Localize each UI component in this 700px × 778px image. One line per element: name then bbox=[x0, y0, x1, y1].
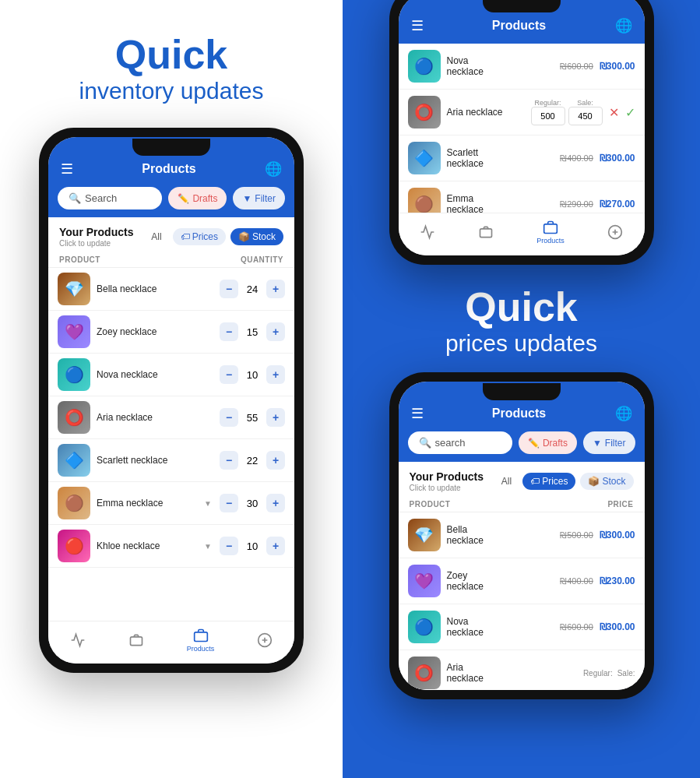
regular-price-input[interactable] bbox=[531, 107, 565, 125]
hamburger-icon[interactable]: ☰ bbox=[411, 405, 424, 422]
quantity-control: − 24 + bbox=[220, 280, 285, 298]
drafts-button[interactable]: ✏️ Drafts bbox=[168, 187, 227, 209]
nav-add[interactable] bbox=[257, 632, 273, 648]
phone-notch bbox=[483, 383, 561, 400]
hamburger-icon[interactable]: ☰ bbox=[411, 17, 424, 34]
table-row: ⭕ Aria necklace − 55 + bbox=[48, 396, 294, 439]
nav-analytics[interactable] bbox=[420, 224, 435, 240]
table-row: 🔵 Novanecklace ₪600.00 ₪300.00 bbox=[399, 44, 645, 90]
qty-minus[interactable]: − bbox=[220, 280, 238, 298]
top-phone-product-list: 🔵 Novanecklace ₪600.00 ₪300.00 ⭕ Aria ne… bbox=[399, 44, 645, 213]
tab-all[interactable]: All bbox=[145, 228, 167, 245]
product-image: 💎 bbox=[408, 519, 441, 551]
confirm-icon[interactable]: ✓ bbox=[625, 105, 635, 120]
tab-prices[interactable]: 🏷 Prices bbox=[522, 473, 575, 490]
product-image: 🔷 bbox=[58, 444, 90, 477]
qty-minus[interactable]: − bbox=[220, 451, 238, 470]
box-icon: 📦 bbox=[238, 231, 250, 242]
product-image: 🔷 bbox=[408, 142, 441, 174]
tab-stock[interactable]: 📦 Stock bbox=[230, 228, 283, 245]
sale-price-field: Sale: bbox=[568, 99, 603, 125]
filter-button[interactable]: ▼ Filter bbox=[233, 187, 285, 209]
table-row: 💎 Bellanecklace ₪500.00 ₪300.00 bbox=[399, 512, 645, 558]
product-image: ⭕ bbox=[58, 401, 90, 434]
search-bar-area: 🔍 Search ✏️ Drafts ▼ Filter bbox=[48, 187, 294, 217]
sale-price-input[interactable] bbox=[568, 107, 603, 125]
table-row: 🔷 Scarlettnecklace ₪400.00 ₪300.00 bbox=[399, 136, 645, 181]
products-title-block: Your Products Click to update bbox=[59, 225, 133, 248]
product-image: 🟤 bbox=[408, 188, 441, 213]
quantity-control: − 22 + bbox=[220, 451, 285, 470]
globe-icon[interactable]: 🌐 bbox=[615, 17, 632, 34]
table-row: ⭕ Aria necklace Regular: Sale: bbox=[399, 90, 645, 136]
headline-bold: Quick bbox=[79, 31, 264, 78]
qty-minus[interactable]: − bbox=[220, 365, 238, 384]
search-button[interactable]: 🔍 search bbox=[408, 431, 512, 454]
bottom-phone-area: ☰ Products 🌐 🔍 search ✏️ Drafts ▼ bbox=[343, 372, 700, 778]
svg-rect-0 bbox=[130, 637, 142, 646]
qty-plus[interactable]: + bbox=[266, 280, 285, 298]
table-row: 🔴 Khloe necklace ▼ − 10 + bbox=[48, 525, 294, 568]
qty-plus[interactable]: + bbox=[266, 322, 285, 341]
product-image: 🔵 bbox=[408, 611, 441, 643]
nav-products[interactable]: Products bbox=[187, 628, 215, 653]
qty-minus[interactable]: − bbox=[220, 408, 238, 427]
product-image: ⭕ bbox=[408, 96, 441, 128]
tab-all[interactable]: All bbox=[495, 473, 518, 490]
nav-products[interactable]: Products bbox=[536, 220, 565, 245]
qty-minus[interactable]: − bbox=[220, 322, 238, 341]
qty-plus[interactable]: + bbox=[266, 408, 285, 427]
globe-icon[interactable]: 🌐 bbox=[265, 160, 282, 178]
top-phone-bottom-nav: Products bbox=[399, 213, 645, 255]
price-labels: Regular: Sale: bbox=[583, 669, 635, 678]
table-row: 💜 Zoey necklace − 15 + bbox=[48, 311, 294, 354]
qty-plus[interactable]: + bbox=[266, 365, 285, 384]
right-headline-bold: Quick bbox=[445, 283, 597, 330]
quantity-control: − 10 + bbox=[220, 537, 285, 555]
top-phone-screen: ☰ Products 🌐 🔵 Novanecklace ₪600.00 ₪300… bbox=[399, 0, 645, 255]
table-row: 🔵 Nova necklace − 10 + bbox=[48, 354, 294, 396]
phone-notch bbox=[483, 0, 561, 12]
nav-camera[interactable] bbox=[478, 224, 494, 240]
qty-plus[interactable]: + bbox=[266, 494, 285, 512]
phone-screen: ☰ Products 🌐 🔍 Search ✏️ Drafts ▼ Filter bbox=[48, 137, 294, 664]
tag-icon: 🏷 bbox=[530, 476, 540, 487]
product-image: 🔵 bbox=[58, 358, 90, 391]
product-image: 🔵 bbox=[408, 50, 441, 83]
tab-stock[interactable]: 📦 Stock bbox=[580, 473, 633, 490]
product-image: 🟤 bbox=[58, 487, 90, 519]
qty-plus[interactable]: + bbox=[266, 537, 285, 555]
price-info: ₪400.00 ₪230.00 bbox=[560, 576, 635, 586]
cancel-icon[interactable]: ✕ bbox=[609, 105, 619, 120]
tab-prices[interactable]: 🏷 Prices bbox=[173, 228, 226, 245]
bottom-phone-search-bar: 🔍 search ✏️ Drafts ▼ Filter bbox=[399, 431, 645, 462]
hamburger-icon[interactable]: ☰ bbox=[61, 160, 73, 178]
quantity-control: − 10 + bbox=[220, 365, 285, 384]
chevron-down-icon: ▼ bbox=[204, 542, 212, 551]
table-header: PRODUCT PRICE bbox=[399, 497, 645, 512]
qty-minus[interactable]: − bbox=[220, 537, 238, 555]
price-edit-area: Regular: Sale: bbox=[531, 99, 603, 125]
table-header: PRODUCT QUANTITY bbox=[48, 252, 294, 268]
bottom-nav: Products bbox=[48, 621, 294, 664]
qty-minus[interactable]: − bbox=[220, 494, 238, 512]
nav-camera[interactable] bbox=[128, 632, 144, 648]
table-row: 💎 Bella necklace − 24 + bbox=[48, 268, 294, 311]
drafts-button[interactable]: ✏️ Drafts bbox=[519, 431, 577, 454]
product-image: 💜 bbox=[58, 315, 90, 348]
search-button[interactable]: 🔍 Search bbox=[58, 187, 162, 209]
pencil-icon: ✏️ bbox=[528, 438, 540, 449]
right-headline-light: prices updates bbox=[445, 330, 597, 357]
left-headline: Quick inventory updates bbox=[79, 31, 264, 104]
products-header: Your Products Click to update All 🏷 Pric… bbox=[48, 217, 294, 252]
right-headline: Quick prices updates bbox=[430, 265, 613, 372]
globe-icon[interactable]: 🌐 bbox=[615, 405, 632, 422]
qty-plus[interactable]: + bbox=[266, 451, 285, 470]
product-image: 💎 bbox=[58, 273, 90, 305]
quantity-control: − 30 + bbox=[220, 494, 285, 512]
filter-button[interactable]: ▼ Filter bbox=[583, 431, 635, 454]
products-title-block: Your Products Click to update bbox=[410, 470, 484, 492]
nav-analytics[interactable] bbox=[70, 632, 86, 648]
nav-add[interactable] bbox=[607, 224, 623, 240]
box-icon: 📦 bbox=[588, 476, 600, 487]
